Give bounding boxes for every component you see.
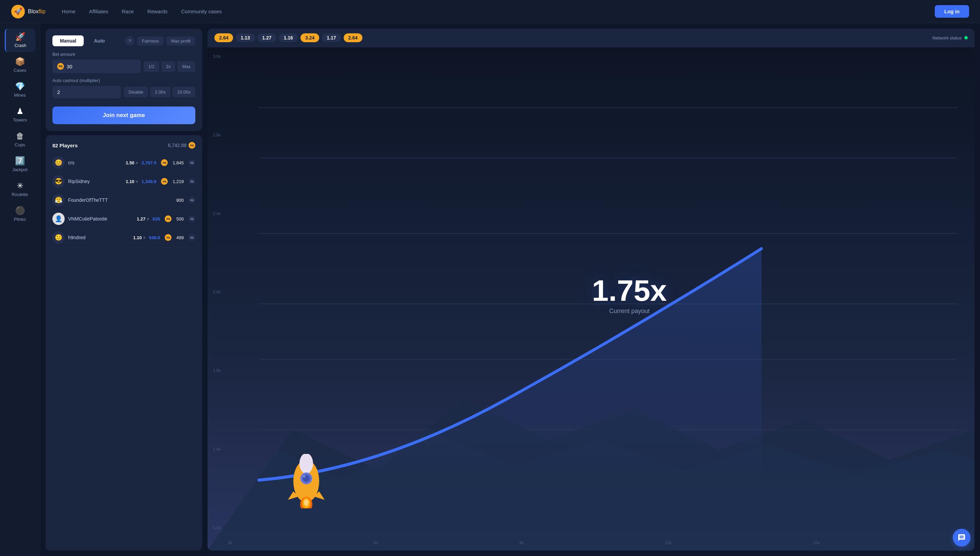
help-button[interactable]: ? bbox=[125, 36, 134, 45]
multiplier-badge-2[interactable]: 1.27 bbox=[258, 33, 276, 42]
sidebar: 🚀 Crash 📦 Cases 💎 Mines ♟ Towers 🗑 Cups … bbox=[0, 23, 40, 556]
bet-half-button[interactable]: 1/2 bbox=[144, 61, 159, 72]
player-bet: 500 bbox=[176, 217, 184, 221]
sidebar-item-label-crash: Crash bbox=[15, 43, 27, 48]
player-name: FounderOfTheTTT bbox=[68, 197, 166, 203]
sidebar-item-towers[interactable]: ♟ Towers bbox=[5, 103, 36, 126]
fairness-button[interactable]: Fairness bbox=[137, 36, 164, 45]
nav-rewards[interactable]: Rewards bbox=[147, 7, 168, 16]
player-win: 1,340.9 bbox=[142, 179, 156, 184]
sidebar-item-mines[interactable]: 💎 Mines bbox=[5, 78, 36, 102]
bet-amount-input-wrapper[interactable]: R$ bbox=[52, 60, 141, 73]
x-label-2: 9s bbox=[520, 540, 524, 545]
nav: Home Affiliates Race Rewards Community c… bbox=[62, 7, 935, 16]
cashout-input[interactable] bbox=[57, 89, 116, 95]
table-row: 😊 crs 1.50 × 2,767.5 R$ 1,845 R$ bbox=[52, 154, 195, 172]
cashout-input-wrapper[interactable] bbox=[52, 86, 121, 99]
content-area: Manual Auto ? Fairness Max profit Bet am… bbox=[40, 23, 980, 556]
cashout-2x-button[interactable]: 2.00x bbox=[150, 87, 171, 97]
autocashout-label: Auto cashout (multiplier) bbox=[52, 78, 195, 83]
multiplier-badge-4[interactable]: 3.24 bbox=[300, 33, 319, 42]
multiplier-badge-1[interactable]: 1.13 bbox=[236, 33, 255, 42]
chat-button[interactable] bbox=[953, 529, 970, 546]
bet-max-button[interactable]: Max bbox=[177, 61, 195, 72]
player-name: VNMCutiePatootie bbox=[68, 216, 133, 221]
player-multiplier: 1.10 × bbox=[133, 235, 145, 240]
rs-icon-bet: R$ bbox=[57, 63, 64, 70]
rs-icon-small: R$ bbox=[189, 159, 195, 166]
sidebar-item-crash[interactable]: 🚀 Crash bbox=[5, 29, 36, 52]
crash-game-panel: 2.64 1.13 1.27 1.16 3.24 1.17 2.64 Netwo… bbox=[208, 29, 975, 551]
cashout-10x-button[interactable]: 10.00x bbox=[173, 87, 195, 97]
plinko-icon: ⚫ bbox=[15, 207, 25, 215]
y-label-5: 1.4x bbox=[213, 447, 221, 451]
maxprofit-button[interactable]: Max profit bbox=[166, 36, 195, 45]
y-label-4: 1.8x bbox=[213, 368, 221, 373]
sidebar-item-jackpot[interactable]: 7️⃣ Jackpot bbox=[5, 153, 36, 176]
svg-text:🚀: 🚀 bbox=[14, 7, 23, 15]
betting-card: Manual Auto ? Fairness Max profit Bet am… bbox=[45, 29, 202, 131]
bet-amount-input[interactable] bbox=[67, 64, 136, 70]
jackpot-icon: 7️⃣ bbox=[15, 157, 25, 165]
nav-race[interactable]: Race bbox=[122, 7, 134, 16]
sidebar-item-plinko[interactable]: ⚫ Plinko bbox=[5, 202, 36, 226]
player-bet: 1,845 bbox=[173, 160, 184, 165]
bet-double-button[interactable]: 2x bbox=[161, 61, 176, 72]
y-label-6: 1.0x bbox=[213, 525, 221, 530]
players-total-value: 6,742.88 bbox=[168, 142, 187, 148]
payout-display: 1.75x Current payout bbox=[592, 276, 667, 315]
rs-icon-small: R$ bbox=[189, 197, 195, 204]
logo[interactable]: 🚀 Bloxflip bbox=[11, 5, 45, 19]
cashout-row: Disable 2.00x 10.00x bbox=[52, 86, 195, 99]
sidebar-item-roulette[interactable]: ✳ Roulette bbox=[5, 178, 36, 201]
network-status-label: Network status bbox=[932, 36, 962, 40]
multiplier-badge-3[interactable]: 1.16 bbox=[279, 33, 298, 42]
tab-auto[interactable]: Auto bbox=[86, 36, 112, 46]
cups-icon: 🗑 bbox=[16, 132, 24, 140]
login-button[interactable]: Log in bbox=[935, 5, 969, 18]
crash-header: 2.64 1.13 1.27 1.16 3.24 1.17 2.64 Netwo… bbox=[208, 29, 975, 47]
table-row: 😤 FounderOfTheTTT 800 R$ bbox=[52, 191, 195, 210]
y-axis: 3.0x 2.8x 2.4x 2.0x 1.8x 1.4x 1.0x bbox=[213, 54, 221, 530]
join-next-game-button[interactable]: Join next game bbox=[52, 107, 195, 124]
player-multiplier: 1.27 × bbox=[137, 217, 149, 221]
sidebar-item-cases[interactable]: 📦 Cases bbox=[5, 53, 36, 77]
rs-icon-small: R$ bbox=[189, 234, 195, 241]
logo-icon: 🚀 bbox=[11, 5, 25, 19]
y-label-0: 3.0x bbox=[213, 54, 221, 59]
nav-community-cases[interactable]: Community cases bbox=[181, 7, 221, 16]
bet-quick-btns: 1/2 2x Max bbox=[144, 61, 195, 72]
tab-manual[interactable]: Manual bbox=[52, 36, 84, 46]
x-label-4: 15s bbox=[813, 540, 820, 545]
roulette-icon: ✳ bbox=[17, 182, 24, 190]
multiplier-badge-5[interactable]: 1.17 bbox=[322, 33, 341, 42]
multiplier-badge-0[interactable]: 2.64 bbox=[215, 33, 233, 42]
rs-icon: R$ bbox=[161, 178, 168, 185]
main-layout: 🚀 Crash 📦 Cases 💎 Mines ♟ Towers 🗑 Cups … bbox=[0, 23, 980, 556]
sidebar-item-label-towers: Towers bbox=[13, 117, 27, 123]
x-label-0: 3s bbox=[228, 540, 232, 545]
sidebar-item-label-mines: Mines bbox=[14, 92, 26, 98]
player-name: RipSidney bbox=[68, 179, 123, 184]
status-dot bbox=[964, 36, 968, 39]
avatar: 😤 bbox=[52, 194, 65, 206]
player-win: 2,767.5 bbox=[142, 160, 156, 165]
crash-canvas: 3.0x 2.8x 2.4x 2.0x 1.8x 1.4x 1.0x 3s 6s… bbox=[208, 47, 975, 551]
player-name: crs bbox=[68, 160, 123, 165]
sidebar-item-cups[interactable]: 🗑 Cups bbox=[5, 128, 36, 152]
cashout-quick-btns: Disable 2.00x 10.00x bbox=[124, 87, 195, 97]
rs-icon-small: R$ bbox=[189, 215, 195, 222]
players-header: 82 Players 6,742.88 R$ bbox=[52, 142, 195, 149]
y-label-3: 2.0x bbox=[213, 289, 221, 294]
rocket bbox=[276, 454, 337, 510]
multiplier-badge-6[interactable]: 2.64 bbox=[344, 33, 362, 42]
chat-icon bbox=[957, 533, 966, 542]
nav-affiliates[interactable]: Affiliates bbox=[89, 7, 108, 16]
players-list: 😊 crs 1.50 × 2,767.5 R$ 1,845 R$ bbox=[52, 154, 195, 544]
nav-home[interactable]: Home bbox=[62, 7, 76, 16]
player-multiplier: 1.50 × bbox=[126, 160, 139, 165]
header: 🚀 Bloxflip Home Affiliates Race Rewards … bbox=[0, 0, 980, 23]
cashout-disable-button[interactable]: Disable bbox=[124, 87, 148, 97]
bet-amount-row: R$ 1/2 2x Max bbox=[52, 60, 195, 73]
crash-icon: 🚀 bbox=[15, 33, 26, 41]
